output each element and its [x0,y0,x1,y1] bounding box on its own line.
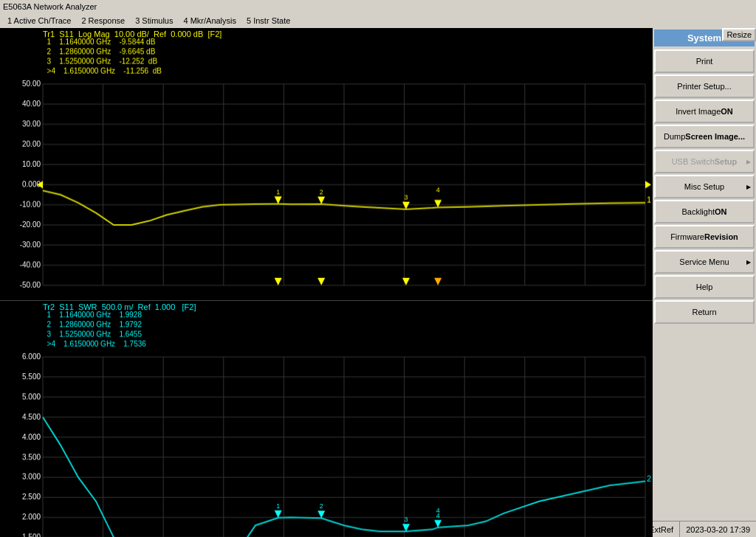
help-button[interactable]: Help [654,275,755,299]
return-button[interactable]: Return [654,300,755,324]
app-title: E5063A Network Analyzer [3,2,97,11]
print-button[interactable]: Print [654,49,755,73]
menu-active-ch[interactable]: 1 Active Ch/Trace [3,15,75,26]
dump-screen-button[interactable]: DumpScreen Image... [654,125,755,148]
menu-stimulus[interactable]: 3 Stimulus [131,15,177,26]
printer-setup-button[interactable]: Printer Setup... [654,75,755,98]
chart-bottom [0,301,653,537]
main-area: System Print Printer Setup... Invert Ima… [0,28,756,521]
menu-instr-state[interactable]: 5 Instr State [242,15,295,26]
title-bar: E5063A Network Analyzer [0,0,756,13]
right-panel: System Print Printer Setup... Invert Ima… [653,28,756,521]
backlight-button[interactable]: BacklightON [654,200,755,224]
status-datetime: 2023-03-20 17:39 [680,522,756,537]
resize-button[interactable]: Resize [722,28,756,41]
usb-switch-setup-button[interactable]: USB SwitchSetup [654,150,755,173]
misc-setup-button[interactable]: Misc Setup [654,175,755,198]
menu-response[interactable]: 2 Response [77,15,129,26]
menu-bar: 1 Active Ch/Trace 2 Response 3 Stimulus … [0,13,756,28]
invert-image-button[interactable]: Invert ImageON [654,100,755,123]
firmware-revision-button[interactable]: FirmwareRevision [654,225,755,249]
service-menu-button[interactable]: Service Menu [654,250,755,274]
chart-area [0,28,653,521]
chart-top [0,28,653,301]
menu-mkr-analysis[interactable]: 4 Mkr/Analysis [179,15,241,26]
